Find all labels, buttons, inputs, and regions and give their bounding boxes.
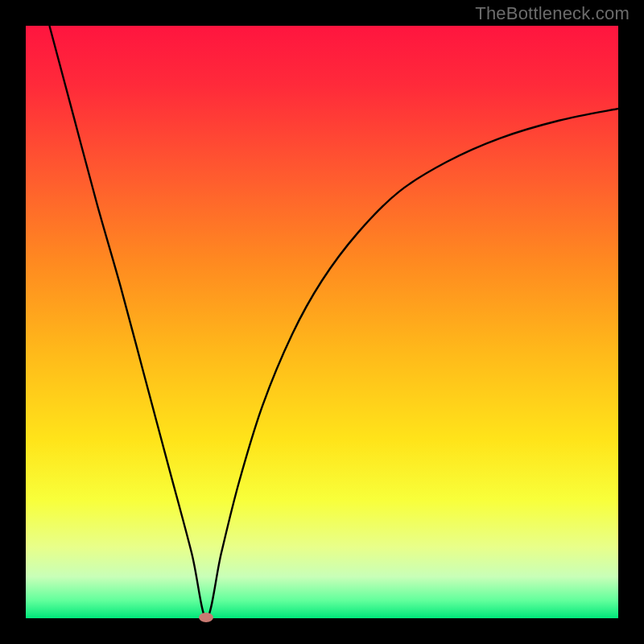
optimum-dot <box>199 613 213 622</box>
plot-area <box>26 26 618 618</box>
curve-path <box>49 26 618 618</box>
bottleneck-curve <box>26 26 618 618</box>
chart-frame: TheBottleneck.com <box>0 0 644 644</box>
watermark-text: TheBottleneck.com <box>475 3 630 24</box>
